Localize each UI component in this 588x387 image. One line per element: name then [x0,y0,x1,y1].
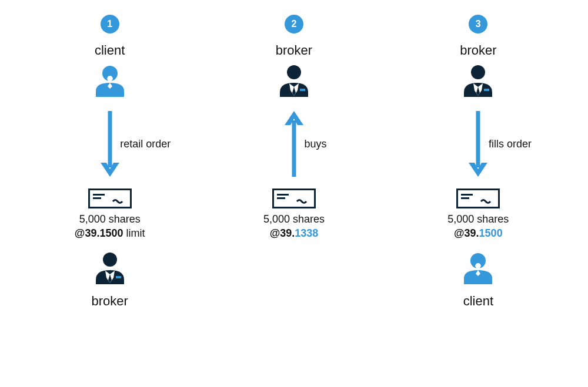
order-details: 5,000 shares @39.1500 limit [75,212,145,241]
at-symbol: @ [454,227,465,239]
step-column-1: 1 client retail order 5,000 shares @39.1… [24,15,196,309]
ticket-icon [456,189,500,208]
arrow-label: retail order [120,138,171,150]
bottom-role-label: client [463,294,493,309]
step-badge: 2 [285,15,303,33]
arrow-block: retail order [24,103,196,185]
arrow-block: buys [208,103,380,185]
top-role-label: broker [460,43,496,58]
arrow-down-icon [466,109,490,179]
step-badge: 1 [101,15,119,33]
broker-icon [92,251,128,285]
broker-icon [276,64,312,98]
price-whole: 39. [85,227,99,239]
client-icon [460,251,496,285]
price-frac: 1500 [99,227,123,239]
top-role-label: client [95,43,125,58]
top-role-label: broker [276,43,312,58]
price-suffix: limit [123,227,145,239]
arrow-label: buys [305,138,327,150]
shares-qty: 5,000 shares [75,212,145,226]
price-whole: 39. [280,227,295,239]
broker-icon [460,64,496,98]
bottom-role-label: broker [91,294,128,309]
price-frac: 1500 [479,227,503,239]
arrow-down-icon [98,109,122,179]
at-symbol: @ [270,227,280,239]
step-badge: 3 [469,15,487,33]
order-details: 5,000 shares @39.1500 [447,212,509,241]
step-column-2: 2 broker buys 5,000 shares @39.1338 [208,15,380,309]
order-details: 5,000 shares @39.1338 [263,212,325,241]
arrow-label: fills order [489,138,532,150]
ticket-icon [272,189,316,208]
client-icon [92,64,128,98]
ticket-icon [88,189,132,208]
at-symbol: @ [75,227,85,239]
arrow-up-icon [282,109,306,179]
arrow-block: fills order [392,103,564,185]
diagram-container: 1 client retail order 5,000 shares @39.1… [24,15,564,309]
step-column-3: 3 broker fills order 5,000 shares @39.15… [392,15,564,309]
shares-qty: 5,000 shares [263,212,325,226]
price-frac: 1338 [295,227,318,239]
price-whole: 39. [465,227,479,239]
shares-qty: 5,000 shares [447,212,509,226]
